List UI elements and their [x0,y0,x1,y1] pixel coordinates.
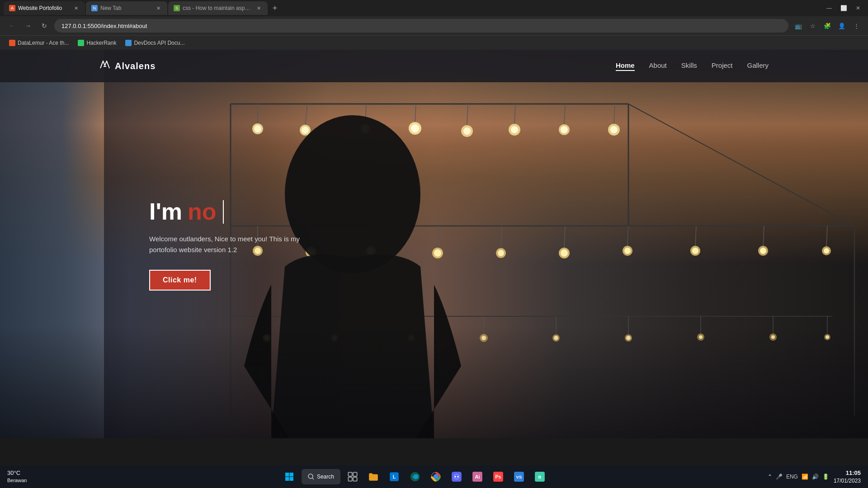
tab-title-3: css - How to maintain aspect rati... [183,5,252,11]
bookmark-favicon-1 [9,40,15,46]
cta-button[interactable]: Click me! [149,270,211,291]
bookmark-favicon-2 [78,40,84,46]
weather-info: 30°C Berawan [7,469,27,484]
svg-rect-97 [353,472,357,476]
website-content: Alvalens Home About Skills Project Galle… [0,50,868,438]
svg-rect-90 [285,473,289,477]
text-cursor [223,200,224,224]
close-button[interactable]: ✕ [852,2,864,14]
svg-text:L: L [393,474,396,479]
nav-links: Home About Skills Project Gallery [616,61,769,71]
bookmark-favicon-3 [125,40,132,46]
weather-condition: Berawan [7,477,27,484]
svg-text:VS: VS [516,474,522,479]
nav-link-project[interactable]: Project [712,61,733,71]
hero-title: I'm no [149,199,303,225]
clock-date: 17/01/2023 [834,477,861,485]
mic-icon: 🎤 [776,474,783,480]
svg-rect-96 [348,472,352,476]
tab-title-1: Website Portofolio [18,5,70,11]
task-view-button[interactable] [344,468,361,485]
tray-arrow[interactable]: ⌃ [768,474,772,480]
volume-icon: 🔊 [812,474,819,480]
app-icon-2[interactable]: Ai [469,468,486,485]
svg-text:Ps: Ps [495,474,501,479]
brand-icon [99,59,110,73]
hero-subtitle: Welcome outlanders, Nice to meet you! Th… [149,234,303,255]
browser-icon[interactable] [406,468,424,485]
bookmark-hackerrank[interactable]: HackerRank [74,38,120,48]
back-button[interactable]: ← [5,19,18,32]
taskbar-right: ⌃ 🎤 ENG 📶 🔊 🔋 11:05 17/01/2023 [768,469,861,485]
battery-icon: 🔋 [822,474,829,480]
tab-favicon-1: A [9,5,15,11]
system-tray: ⌃ 🎤 ENG 📶 🔊 🔋 [768,474,829,480]
bottom-overlay [0,325,868,438]
app-icon-3[interactable]: Ps [490,468,507,485]
chrome-icon[interactable] [427,468,444,485]
hero-title-highlight: no [188,199,217,225]
search-label: Search [317,474,334,480]
cast-button[interactable]: 📺 [792,19,805,32]
tab-website-portfolio[interactable]: A Website Portofolio ✕ [4,1,85,15]
tab-close-2[interactable]: ✕ [155,5,162,12]
taskbar-left: 30°C Berawan [7,469,61,484]
bookmark-label-1: DataLemur - Ace th... [18,40,69,46]
app-icon-1[interactable]: L [386,468,403,485]
tab-css[interactable]: S css - How to maintain aspect rati... ✕ [168,1,268,15]
browser-chrome: A Website Portofolio ✕ N New Tab ✕ S css… [0,0,868,50]
taskbar-center: Search L [61,468,768,485]
address-bar: ← → ↻ 📺 ☆ 🧩 👤 ⋮ [0,16,868,35]
bookmarks-bar: DataLemur - Ace th... HackerRank DevDocs… [0,35,868,50]
tab-new-tab[interactable]: N New Tab ✕ [86,1,167,15]
svg-rect-92 [285,477,289,481]
tab-close-1[interactable]: ✕ [72,5,80,12]
file-explorer-button[interactable] [365,468,382,485]
svg-text:Ai: Ai [475,474,480,479]
svg-point-94 [308,474,313,479]
svg-rect-98 [348,477,352,481]
tab-title-2: New Tab [100,5,152,11]
bookmark-label-2: HackerRank [86,40,116,46]
brand: Alvalens [99,59,156,73]
svg-point-88 [285,115,420,273]
nav-link-skills[interactable]: Skills [681,61,697,71]
extensions-button[interactable]: 🧩 [821,19,834,32]
svg-line-95 [312,478,314,479]
minimize-button[interactable]: — [823,2,835,14]
clock-time: 11:05 [834,469,861,477]
bookmark-datalemur[interactable]: DataLemur - Ace th... [5,38,72,48]
svg-point-108 [457,476,458,477]
maximize-button[interactable]: ⬜ [837,2,850,14]
svg-point-105 [434,474,439,479]
bookmark-devdocs[interactable]: DevDocs API Docu... [122,38,188,48]
bookmark-button[interactable]: ☆ [807,19,819,32]
nav-link-gallery[interactable]: Gallery [747,61,769,71]
svg-point-107 [455,476,456,477]
tab-bar: A Website Portofolio ✕ N New Tab ✕ S css… [0,0,868,16]
search-button[interactable]: Search [302,469,340,484]
forward-button[interactable]: → [22,19,34,32]
brand-name: Alvalens [115,61,156,71]
network-icon: 📶 [802,474,808,480]
tab-favicon-3: S [174,5,180,11]
svg-rect-91 [289,473,293,477]
new-tab-button[interactable]: + [269,2,281,14]
windows-start-button[interactable] [281,468,298,485]
app-icon-4[interactable]: VS [510,468,528,485]
profile-button[interactable]: 👤 [835,19,848,32]
app-icon-5[interactable]: B [531,468,548,485]
hero-title-prefix: I'm [149,199,182,225]
clock[interactable]: 11:05 17/01/2023 [834,469,861,485]
navbar: Alvalens Home About Skills Project Galle… [0,50,868,82]
tab-favicon-2: N [91,5,98,11]
nav-link-home[interactable]: Home [616,61,635,71]
address-input[interactable] [54,19,788,33]
hero-content: I'm no Welcome outlanders, Nice to meet … [149,199,303,291]
reload-button[interactable]: ↻ [38,19,51,32]
discord-icon[interactable] [448,468,465,485]
svg-text:B: B [538,474,541,479]
tab-close-3[interactable]: ✕ [255,5,262,12]
menu-button[interactable]: ⋮ [850,19,863,32]
nav-link-about[interactable]: About [649,61,667,71]
